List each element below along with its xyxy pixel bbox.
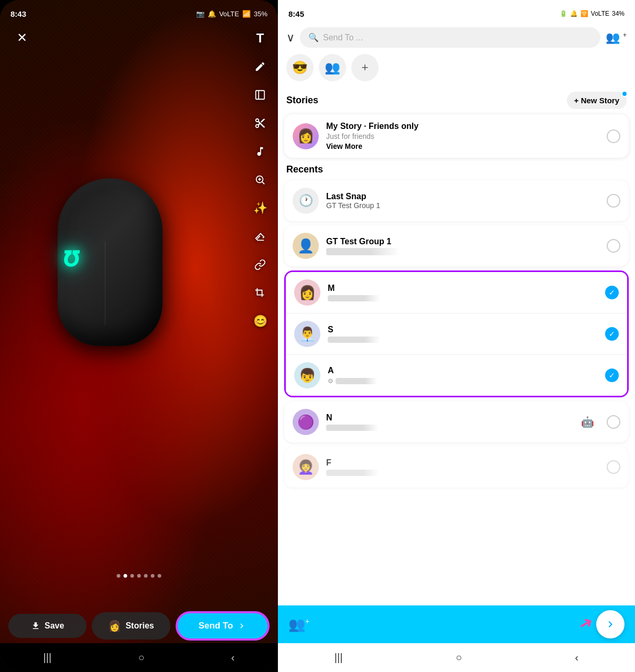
back-button-right[interactable]: ||| <box>335 652 343 664</box>
add-friends-white-icon[interactable]: 👥+ <box>288 616 309 633</box>
status-icons-right: 🔋 🔔 🛜 VoLTE 34% <box>559 10 625 17</box>
contact-f-radio[interactable] <box>607 460 620 474</box>
view-more-button[interactable]: View More <box>326 142 599 150</box>
my-story-avatar-emoji: 👩 <box>293 123 319 149</box>
music-tool-icon[interactable] <box>251 142 270 161</box>
contact-a-sub-blurred <box>336 378 378 384</box>
search-icon: 🔍 <box>308 32 319 42</box>
scissors-tool-icon[interactable] <box>251 114 270 133</box>
home-button-right[interactable]: ○ <box>456 652 462 664</box>
last-snap-item[interactable]: 🕐 Last Snap GT Test Group 1 <box>284 180 629 221</box>
pencil-tool-icon[interactable] <box>251 57 270 76</box>
my-story-radio[interactable] <box>607 129 620 143</box>
contact-f-avatar: 👩‍🦱 <box>293 454 319 480</box>
contact-f-info: F <box>326 458 599 476</box>
contact-n-name: N <box>326 413 332 422</box>
contact-n-item[interactable]: 🟣 N 🤖 <box>284 402 629 442</box>
contact-n-avatar: 🟣 <box>293 409 319 435</box>
contact-a-radio-checked[interactable]: ✓ <box>605 368 619 382</box>
close-button[interactable]: ✕ <box>10 26 34 49</box>
contact-m-radio-checked[interactable]: ✓ <box>605 286 619 299</box>
search-box[interactable]: 🔍 Send To ... <box>300 27 600 48</box>
wifi-icon: 📶 <box>242 10 251 18</box>
last-snap-radio[interactable] <box>607 194 620 208</box>
dot-6 <box>151 574 155 578</box>
status-bar-right: 8:45 🔋 🔔 🛜 VoLTE 34% <box>278 0 635 23</box>
contact-n-info: N <box>326 413 574 431</box>
my-story-card[interactable]: 👩 My Story · Friends only Just for frien… <box>284 114 629 158</box>
contact-s-sub-blurred <box>328 337 380 343</box>
signal-icon-right: VoLTE <box>591 10 609 17</box>
dot-7 <box>158 574 162 578</box>
magic-tool-icon[interactable]: ✨ <box>251 199 270 218</box>
contact-a-avatar: 👦 <box>294 362 320 388</box>
home-button-left[interactable]: ○ <box>138 652 144 664</box>
wifi-icon-right: 🛜 <box>580 10 588 17</box>
face-retouch-icon[interactable]: 😊 <box>251 312 270 331</box>
search-placeholder: Send To ... <box>323 33 363 42</box>
stories-title: Stories <box>286 95 318 106</box>
battery-icon-right: 🔋 <box>559 10 567 17</box>
contact-m-item[interactable]: 👩 M ✓ <box>286 272 627 313</box>
last-snap-group: GT Test Group 1 <box>326 201 599 210</box>
left-top-controls: ✕ <box>10 26 267 49</box>
save-button[interactable]: Save <box>8 614 87 638</box>
signal-icon: VoLTE <box>219 10 239 18</box>
emoji-quick-btn[interactable]: 😎 <box>286 54 314 81</box>
bottom-send-bar: 👥+ ➜ <box>278 605 635 643</box>
link-tool-icon[interactable] <box>251 255 270 274</box>
right-toolbar: T ✨ 😊 <box>251 29 270 331</box>
contact-f-name: F <box>326 458 599 468</box>
stories-section-header: Stories + New Story <box>278 88 635 112</box>
alarm-status-icon: 🔔 <box>208 10 216 18</box>
right-panel: 8:45 🔋 🔔 🛜 VoLTE 34% ∨ 🔍 Send To ... 👥 +… <box>278 0 635 672</box>
battery-left: 35% <box>254 10 267 18</box>
add-friends-button[interactable]: 👥 + <box>606 31 627 45</box>
bottom-actions: Save 👩 Stories Send To <box>8 611 270 641</box>
sticker-tool-icon[interactable] <box>251 85 270 104</box>
back-button-left[interactable]: ||| <box>44 652 52 664</box>
text-tool-icon[interactable]: T <box>251 29 270 48</box>
gt-group-item[interactable]: 👤 GT Test Group 1 <box>284 225 629 266</box>
send-button-round[interactable] <box>596 610 625 638</box>
contact-s-radio-checked[interactable]: ✓ <box>605 327 619 341</box>
robot-icon: 🤖 <box>581 416 594 428</box>
crop-tool-icon[interactable] <box>251 284 270 302</box>
contact-f-item[interactable]: 👩‍🦱 F <box>284 447 629 487</box>
contact-a-info: A ⚙ <box>328 366 598 385</box>
recents-section-header: Recents <box>278 160 635 178</box>
camera-status-icon: 📷 <box>196 10 205 18</box>
new-story-button[interactable]: + New Story <box>567 92 627 109</box>
my-story-sub: Just for friends <box>326 132 599 140</box>
dot-5 <box>144 574 148 578</box>
contact-m-sub-blurred <box>328 295 380 301</box>
alarm-icon-right: 🔔 <box>570 10 578 17</box>
stories-button[interactable]: 👩 Stories <box>92 612 170 640</box>
lens-tool-icon[interactable] <box>251 170 270 189</box>
status-time-right: 8:45 <box>288 9 304 18</box>
contact-s-item[interactable]: 👨‍💼 S ✓ <box>286 313 627 354</box>
contact-a-name: A <box>328 366 598 375</box>
eraser-tool-icon[interactable] <box>251 227 270 246</box>
nav-bar-left: ||| ○ ‹ <box>0 643 278 672</box>
friends-quick-btn[interactable]: 👥 <box>319 54 346 81</box>
contact-a-item[interactable]: 👦 A ⚙ ✓ <box>286 354 627 396</box>
chevron-down-icon[interactable]: ∨ <box>286 31 295 45</box>
contact-s-name: S <box>328 325 598 334</box>
selected-contacts-box: 👩 M ✓ 👨‍💼 S ✓ 👦 A ⚙ <box>284 270 629 397</box>
dot-3 <box>131 574 134 578</box>
send-to-button[interactable]: Send To <box>176 611 270 641</box>
contact-s-info: S <box>328 325 598 343</box>
recents-title: Recents <box>286 164 323 175</box>
add-quick-btn[interactable]: + <box>351 54 379 81</box>
dot-1 <box>117 574 121 578</box>
recent-button-left[interactable]: ‹ <box>231 652 235 664</box>
contact-n-radio[interactable] <box>607 415 620 429</box>
gt-group-radio[interactable] <box>607 239 620 253</box>
dot-4 <box>137 574 141 578</box>
mouse-photo <box>31 147 189 398</box>
quick-buttons: 😎 👥 + <box>278 52 635 88</box>
recent-button-right[interactable]: ‹ <box>575 652 579 664</box>
contact-m-name: M <box>328 284 598 293</box>
pink-arrow-icon: ➜ <box>575 611 597 635</box>
